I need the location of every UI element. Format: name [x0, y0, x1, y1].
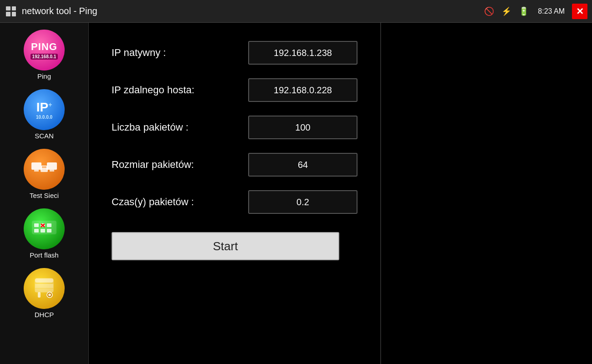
dhcp-server-icon: [31, 275, 58, 302]
svg-rect-3: [50, 170, 54, 172]
ip-remote-label: IP zdalnego hosta:: [112, 84, 239, 96]
ping-ip: 192.168.0.1: [31, 54, 58, 60]
packet-time-label: Czas(y) pakietów :: [112, 196, 239, 208]
start-button-row: Start: [112, 232, 357, 260]
sidebar-dhcp-label: DHCP: [35, 311, 54, 318]
ip-remote-input[interactable]: [248, 78, 357, 102]
svg-rect-20: [35, 288, 53, 292]
sidebar-item-port-flash[interactable]: Port flash: [0, 206, 88, 261]
signal-blocked-icon: 🚫: [482, 5, 496, 18]
right-panel: [381, 23, 592, 364]
sidebar-test-label: Test Sieci: [30, 192, 59, 199]
svg-point-24: [48, 293, 51, 296]
content-area: IP natywny : IP zdalnego hosta: Liczba p…: [89, 23, 381, 364]
sidebar-ping-label: Ping: [37, 72, 51, 80]
time-display: 8:23 AM: [538, 7, 565, 15]
battery-icon: 🔋: [517, 5, 531, 18]
svg-rect-18: [35, 278, 53, 283]
svg-rect-11: [47, 223, 51, 227]
ip-native-label: IP natywny :: [112, 47, 239, 59]
packet-count-input[interactable]: [248, 116, 357, 139]
sidebar-item-ping[interactable]: PING 192.168.0.1 Ping: [0, 27, 88, 82]
form-row-ip-native: IP natywny :: [112, 41, 357, 65]
svg-rect-1: [34, 170, 39, 172]
dhcp-circle: [24, 268, 65, 309]
network-topology-icon: [31, 156, 58, 183]
ip-native-input[interactable]: [248, 41, 357, 65]
main-layout: PING 192.168.0.1 Ping IP+ 10.0.0.0 SCAN: [0, 23, 592, 364]
form-row-packet-count: Liczba pakietów :: [112, 116, 357, 139]
ping-label: PING: [31, 41, 57, 53]
portflash-circle: [24, 208, 65, 249]
port-flash-icon: [31, 217, 58, 242]
page-title: network tool - Ping: [22, 6, 482, 16]
scan-subnet: 10.0.0.0: [36, 115, 52, 120]
titlebar-right: 🚫 ⚡ 🔋 8:23 AM ✕: [482, 4, 587, 19]
form-row-ip-remote: IP zdalnego hosta:: [112, 78, 357, 102]
sidebar-item-scan[interactable]: IP+ 10.0.0.0 SCAN: [0, 87, 88, 142]
sidebar: PING 192.168.0.1 Ping IP+ 10.0.0.0 SCAN: [0, 23, 89, 364]
network-tool-icon: [5, 6, 17, 16]
network-icon: ⚡: [500, 5, 513, 18]
svg-rect-14: [47, 229, 51, 233]
scan-ip-text: IP+: [36, 100, 52, 115]
sidebar-item-test-sieci[interactable]: Test Sieci: [0, 147, 88, 202]
svg-rect-9: [34, 223, 39, 227]
sidebar-portflash-label: Port flash: [30, 251, 58, 259]
sidebar-scan-label: SCAN: [35, 132, 54, 140]
scan-circle: IP+ 10.0.0.0: [24, 89, 65, 130]
sidebar-item-dhcp[interactable]: DHCP: [0, 266, 88, 321]
start-button[interactable]: Start: [112, 232, 339, 260]
test-circle: [24, 149, 65, 190]
svg-rect-12: [34, 229, 39, 233]
svg-rect-13: [41, 229, 45, 233]
packet-size-input[interactable]: [248, 153, 357, 177]
close-button[interactable]: ✕: [572, 4, 587, 19]
packet-time-input[interactable]: [248, 190, 357, 214]
svg-rect-21: [38, 292, 41, 298]
svg-rect-2: [47, 162, 57, 170]
svg-rect-19: [35, 284, 53, 288]
form-row-packet-time: Czas(y) pakietów :: [112, 190, 357, 214]
svg-rect-0: [31, 162, 41, 170]
form-row-packet-size: Rozmiar pakietów:: [112, 153, 357, 177]
packet-size-label: Rozmiar pakietów:: [112, 159, 239, 171]
titlebar: network tool - Ping 🚫 ⚡ 🔋 8:23 AM ✕: [0, 0, 592, 23]
packet-count-label: Liczba pakietów :: [112, 121, 239, 133]
ping-circle: PING 192.168.0.1: [24, 30, 65, 71]
